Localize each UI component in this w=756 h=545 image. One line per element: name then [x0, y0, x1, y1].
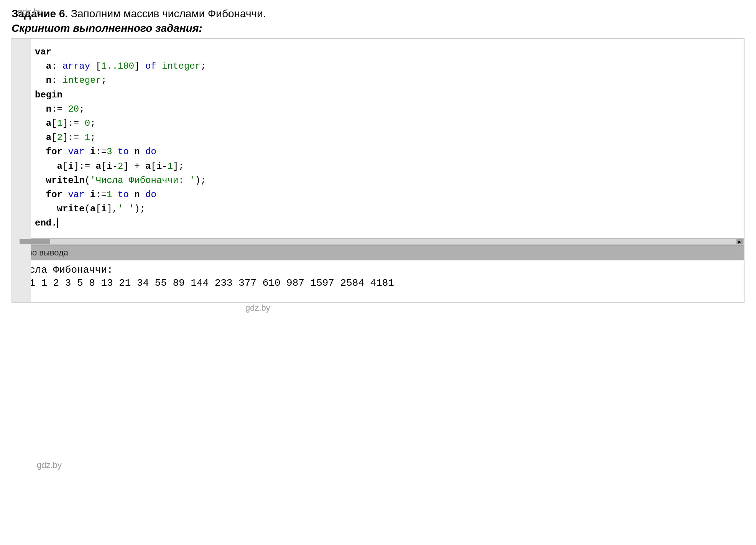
scrollbar-track[interactable] [20, 239, 736, 244]
watermark-1: gdz.by [18, 7, 43, 17]
screenshot-label: Скриншот выполненного задания: [12, 22, 202, 35]
page-header: Задание 6. Заполним массив числами Фибон… [12, 8, 744, 35]
screenshot-label-row: Скриншот выполненного задания: [12, 22, 744, 35]
output-header: Окно вывода [12, 245, 744, 260]
watermark-9: gdz.by [37, 460, 62, 470]
code-line-8: for var i:=3 to n do [35, 145, 736, 159]
code-line-3: n: integer; [35, 73, 736, 87]
code-line-11: for var i:=1 to n do [35, 188, 736, 202]
task-title: Задание 6. Заполним массив числами Фибон… [12, 8, 744, 20]
scroll-right-arrow[interactable]: ▶ [736, 239, 743, 244]
output-line-2: 0 1 1 2 3 5 8 13 21 34 55 89 144 233 377… [17, 277, 739, 289]
code-line-9: a[i]:= a[i-2] + a[i-1]; [35, 159, 736, 173]
code-line-6: a[1]:= 0; [35, 116, 736, 130]
scrollbar-thumb[interactable] [20, 239, 50, 244]
code-line-12: write(a[i],' '); [35, 202, 736, 216]
code-line-7: a[2]:= 1; [35, 130, 736, 145]
task-title-text: Заполним массив числами Фибоначчи. [68, 8, 266, 20]
code-line-10: writeln('Числа Фибоначчи: '); [35, 173, 736, 188]
watermark-8: gdz.by [245, 303, 270, 313]
horizontal-scrollbar[interactable]: ◀ ▶ [12, 238, 744, 245]
code-container: var a: array [1..100] of integer; n: int… [12, 38, 744, 303]
code-line-2: a: array [1..100] of integer; [35, 59, 736, 73]
code-area: var a: array [1..100] of integer; n: int… [12, 39, 744, 238]
code-line-13: end. [35, 216, 736, 230]
code-line-1: var [35, 45, 736, 59]
code-line-5: n:= 20; [35, 102, 736, 116]
output-area: Числа Фибоначчи: 0 1 1 2 3 5 8 13 21 34 … [12, 260, 744, 302]
output-line-1: Числа Фибоначчи: [17, 264, 739, 276]
code-line-4: begin [35, 88, 736, 102]
